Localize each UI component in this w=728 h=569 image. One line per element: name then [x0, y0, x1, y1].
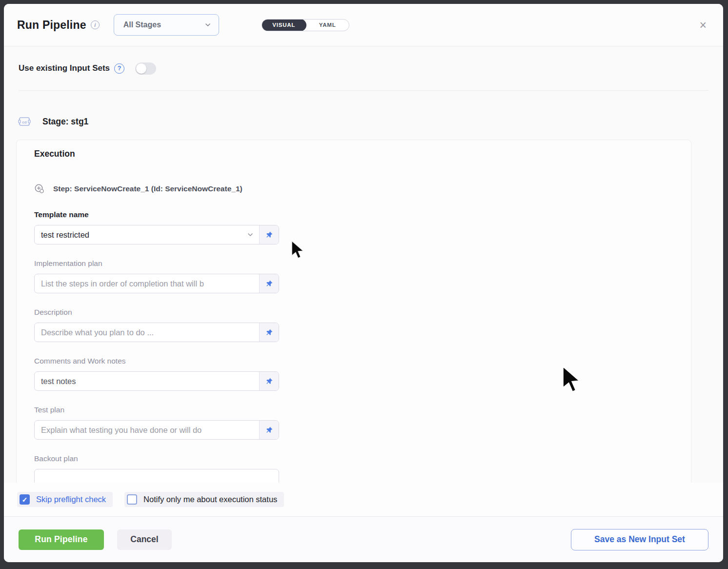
- pin-icon[interactable]: [259, 323, 279, 342]
- close-icon[interactable]: ×: [696, 18, 709, 32]
- info-icon[interactable]: i: [91, 20, 100, 29]
- run-pipeline-button[interactable]: Run Pipeline: [19, 529, 104, 550]
- field-comments: Comments and Work notes: [34, 357, 279, 391]
- cancel-button[interactable]: Cancel: [117, 529, 172, 550]
- stage-icon: cd: [18, 115, 31, 128]
- notify-me-group[interactable]: Notify only me about execution status: [124, 492, 284, 507]
- page-title: Run Pipeline: [17, 19, 86, 32]
- skip-preflight-group[interactable]: Skip preflight check: [17, 492, 113, 507]
- tab-visual[interactable]: VISUAL: [262, 19, 306, 31]
- modal-body: cd Stage: stg1 Execution Step: ServiceNo…: [4, 91, 723, 483]
- field-backout-plan: Backout plan: [34, 454, 279, 483]
- modal-header: Run Pipeline i All Stages VISUAL YAML ×: [4, 4, 723, 46]
- notify-me-label[interactable]: Notify only me about execution status: [143, 495, 277, 504]
- pin-icon[interactable]: [259, 274, 279, 293]
- stage-row: cd Stage: stg1: [16, 115, 691, 128]
- notify-me-checkbox[interactable]: [127, 494, 137, 505]
- input-sets-row: Use existing Input Sets ?: [4, 46, 723, 90]
- modal-footer: Run Pipeline Cancel Save as New Input Se…: [4, 516, 723, 562]
- run-pipeline-modal: Run Pipeline i All Stages VISUAL YAML × …: [4, 4, 723, 562]
- step-add-icon: [34, 183, 44, 194]
- field-label: Template name: [34, 210, 279, 219]
- implementation-plan-input[interactable]: [41, 279, 254, 288]
- field-label: Backout plan: [34, 454, 279, 463]
- help-icon[interactable]: ?: [114, 63, 124, 74]
- field-description: Description: [34, 308, 279, 342]
- field-label: Test plan: [34, 406, 279, 414]
- svg-text:cd: cd: [22, 120, 26, 124]
- description-input[interactable]: [41, 328, 254, 337]
- field-implementation-plan: Implementation plan: [34, 259, 279, 293]
- test-plan-input[interactable]: [41, 426, 254, 435]
- execution-title: Execution: [34, 149, 673, 159]
- backout-plan-input[interactable]: [41, 474, 274, 483]
- template-name-select[interactable]: test restricted: [34, 225, 279, 244]
- pin-icon[interactable]: [259, 225, 279, 244]
- chevron-down-icon: [247, 225, 259, 244]
- template-name-value: test restricted: [41, 230, 89, 240]
- pin-icon[interactable]: [259, 421, 279, 439]
- skip-preflight-label[interactable]: Skip preflight check: [36, 495, 106, 504]
- pin-icon[interactable]: [259, 372, 279, 390]
- field-template-name: Template name test restricted: [34, 210, 279, 244]
- stage-label: Stage: stg1: [42, 117, 88, 127]
- description-input-wrap: [34, 323, 279, 342]
- screen-background: Run Pipeline i All Stages VISUAL YAML × …: [0, 0, 728, 569]
- comments-input[interactable]: [41, 377, 254, 386]
- step-label: Step: ServiceNowCreate_1 (Id: ServiceNow…: [53, 184, 243, 193]
- implementation-plan-input-wrap: [34, 274, 279, 293]
- preflight-row: Skip preflight check Notify only me abou…: [4, 483, 723, 516]
- tab-yaml[interactable]: YAML: [306, 19, 349, 31]
- skip-preflight-checkbox[interactable]: [20, 494, 30, 505]
- toggle-knob: [136, 63, 146, 74]
- test-plan-input-wrap: [34, 420, 279, 440]
- stage-scope-value: All Stages: [123, 20, 205, 29]
- visual-yaml-toggle: VISUAL YAML: [262, 19, 349, 31]
- execution-card: Execution Step: ServiceNowCreate_1 (Id: …: [16, 140, 691, 483]
- chevron-down-icon: [205, 22, 211, 28]
- backout-plan-input-wrap: [34, 469, 279, 483]
- field-test-plan: Test plan: [34, 406, 279, 440]
- field-label: Comments and Work notes: [34, 357, 279, 366]
- field-label: Description: [34, 308, 279, 317]
- comments-input-wrap: [34, 371, 279, 391]
- input-sets-toggle[interactable]: [135, 62, 156, 75]
- field-label: Implementation plan: [34, 259, 279, 268]
- step-row: Step: ServiceNowCreate_1 (Id: ServiceNow…: [34, 183, 673, 194]
- save-as-new-input-set-button[interactable]: Save as New Input Set: [571, 529, 708, 550]
- input-sets-label: Use existing Input Sets: [19, 63, 110, 73]
- stage-scope-select[interactable]: All Stages: [114, 14, 219, 36]
